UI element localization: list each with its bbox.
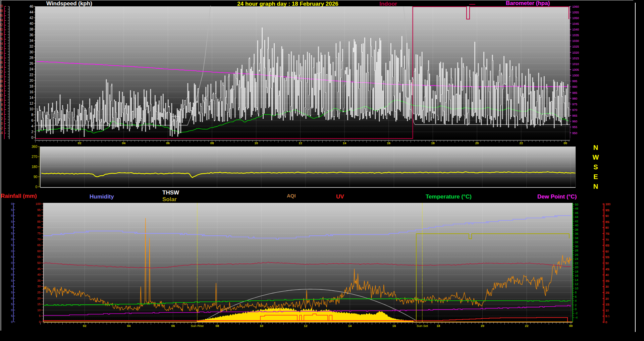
svg-text:00: 00 (564, 141, 567, 145)
svg-text:5: 5 (11, 220, 13, 223)
svg-text:06: 06 (166, 141, 170, 145)
svg-text:22: 22 (575, 262, 578, 265)
svg-text:-4: -4 (575, 316, 578, 319)
svg-text:90: 90 (37, 214, 41, 217)
svg-text:22: 22 (519, 141, 523, 145)
svg-text:34: 34 (0, 42, 3, 46)
svg-text:08: 08 (215, 324, 219, 328)
svg-text:16: 16 (387, 141, 390, 145)
svg-text:42: 42 (30, 16, 34, 20)
svg-text:970: 970 (572, 108, 577, 112)
svg-text:4: 4 (575, 299, 577, 302)
svg-text:40: 40 (0, 28, 3, 32)
svg-text:5: 5 (11, 255, 13, 259)
svg-text:1055: 1055 (572, 11, 579, 14)
svg-text:1060: 1060 (572, 5, 579, 8)
svg-text:20: 20 (37, 297, 41, 300)
svg-text:0: 0 (11, 202, 13, 206)
svg-text:30: 30 (575, 245, 578, 248)
svg-text:Windspeed (kph): Windspeed (kph) (46, 0, 92, 7)
svg-text:35: 35 (37, 279, 41, 282)
svg-text:Solar: Solar (162, 196, 177, 203)
svg-text:5: 5 (605, 315, 607, 318)
svg-text:6: 6 (575, 295, 577, 298)
svg-text:20: 20 (0, 75, 3, 78)
svg-text:06: 06 (171, 324, 175, 328)
svg-text:360: 360 (32, 145, 37, 149)
svg-text:42: 42 (575, 220, 578, 223)
svg-text:65: 65 (37, 243, 41, 247)
svg-text:W: W (593, 154, 599, 161)
svg-text:45: 45 (605, 268, 609, 271)
svg-text:38: 38 (0, 33, 3, 36)
svg-text:2: 2 (31, 130, 33, 134)
svg-text:46: 46 (0, 14, 3, 17)
svg-text:28: 28 (0, 56, 3, 60)
svg-text:18: 18 (30, 84, 34, 88)
svg-text:50: 50 (0, 4, 3, 8)
svg-text:180: 180 (32, 165, 37, 169)
svg-text:1005: 1005 (572, 68, 579, 71)
svg-text:THSW: THSW (162, 189, 179, 196)
svg-text:12: 12 (299, 141, 302, 145)
svg-text:-2: -2 (0, 126, 3, 130)
svg-text:0: 0 (605, 321, 607, 324)
svg-text:32: 32 (575, 240, 578, 244)
svg-text:0: 0 (11, 285, 13, 288)
svg-text:90: 90 (34, 175, 38, 179)
svg-text:30: 30 (0, 51, 3, 55)
svg-text:1030: 1030 (572, 39, 579, 43)
svg-text:0: 0 (11, 273, 13, 276)
svg-text:4: 4 (31, 124, 33, 128)
svg-text:5: 5 (11, 291, 13, 294)
svg-text:26: 26 (30, 62, 34, 65)
svg-text:48: 48 (575, 207, 578, 210)
svg-text:1015: 1015 (572, 57, 579, 60)
svg-text:1040: 1040 (572, 28, 579, 31)
svg-text:40: 40 (37, 273, 41, 276)
svg-text:100: 100 (36, 202, 41, 206)
svg-text:5: 5 (11, 267, 13, 271)
svg-text:28: 28 (30, 56, 34, 60)
svg-text:0: 0 (35, 185, 37, 189)
svg-text:32: 32 (30, 45, 34, 48)
svg-text:32: 32 (0, 47, 3, 50)
svg-text:46: 46 (575, 211, 578, 215)
svg-text:10: 10 (255, 141, 258, 145)
svg-text:20: 20 (475, 141, 479, 145)
svg-text:15: 15 (37, 302, 41, 306)
svg-text:22: 22 (30, 73, 34, 77)
svg-text:0: 0 (575, 307, 577, 311)
svg-text:975: 975 (572, 103, 577, 106)
svg-text:04: 04 (122, 141, 126, 145)
svg-text:16: 16 (575, 274, 578, 277)
svg-text:5: 5 (11, 279, 13, 282)
svg-text:28: 28 (575, 249, 578, 252)
svg-text:5: 5 (39, 314, 41, 318)
svg-text:16: 16 (30, 90, 34, 94)
svg-text:95: 95 (605, 209, 609, 212)
svg-text:1045: 1045 (572, 22, 579, 25)
svg-text:Rainfall (mm): Rainfall (mm) (1, 193, 37, 199)
svg-text:0: 0 (11, 297, 13, 300)
svg-text:100: 100 (605, 203, 610, 206)
svg-text:1050: 1050 (572, 16, 579, 20)
svg-text:40: 40 (605, 273, 609, 277)
svg-text:8: 8 (1, 103, 3, 107)
svg-text:42: 42 (0, 23, 3, 27)
svg-text:25: 25 (605, 291, 609, 294)
svg-text:26: 26 (0, 61, 3, 64)
svg-text:955: 955 (572, 125, 577, 129)
svg-text:0: 0 (11, 238, 13, 241)
svg-text:0: 0 (11, 261, 13, 265)
svg-text:08: 08 (210, 141, 214, 145)
svg-text:20: 20 (481, 324, 484, 328)
svg-text:30: 30 (605, 285, 609, 288)
svg-text:14: 14 (343, 141, 346, 145)
svg-text:990: 990 (572, 85, 577, 89)
svg-text:0: 0 (11, 249, 13, 253)
svg-text:50: 50 (605, 262, 609, 265)
svg-text:55: 55 (605, 255, 609, 259)
svg-text:8: 8 (575, 291, 577, 294)
svg-text:34: 34 (30, 39, 34, 43)
